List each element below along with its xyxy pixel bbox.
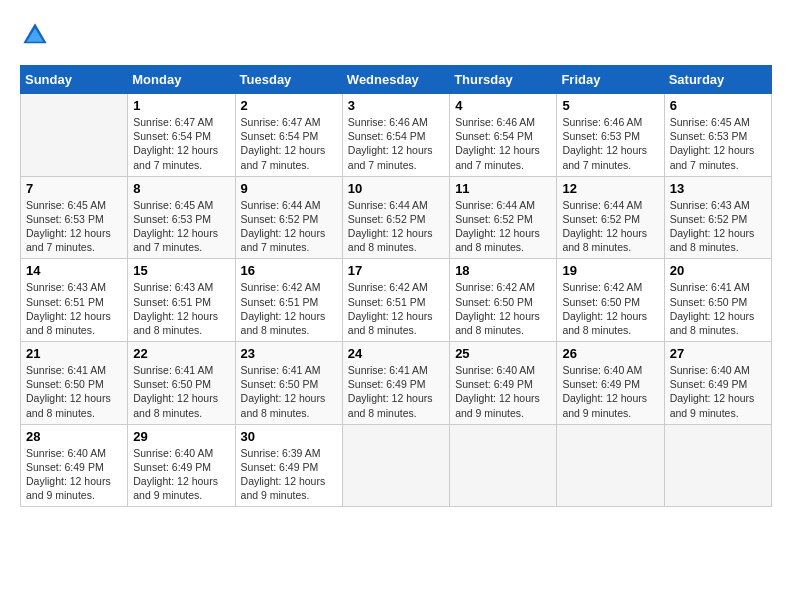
calendar-week-row: 14Sunrise: 6:43 AMSunset: 6:51 PMDayligh… [21,259,772,342]
calendar-cell: 23Sunrise: 6:41 AMSunset: 6:50 PMDayligh… [235,342,342,425]
day-info: Sunrise: 6:40 AMSunset: 6:49 PMDaylight:… [670,363,766,420]
calendar-cell [664,424,771,507]
day-info: Sunrise: 6:41 AMSunset: 6:50 PMDaylight:… [241,363,337,420]
weekday-header: Tuesday [235,66,342,94]
day-info: Sunrise: 6:47 AMSunset: 6:54 PMDaylight:… [241,115,337,172]
day-info: Sunrise: 6:41 AMSunset: 6:49 PMDaylight:… [348,363,444,420]
weekday-header: Thursday [450,66,557,94]
day-number: 21 [26,346,122,361]
logo-icon [20,20,50,50]
day-number: 12 [562,181,658,196]
day-number: 19 [562,263,658,278]
day-info: Sunrise: 6:46 AMSunset: 6:53 PMDaylight:… [562,115,658,172]
calendar-cell: 16Sunrise: 6:42 AMSunset: 6:51 PMDayligh… [235,259,342,342]
calendar-cell: 11Sunrise: 6:44 AMSunset: 6:52 PMDayligh… [450,176,557,259]
calendar-cell: 6Sunrise: 6:45 AMSunset: 6:53 PMDaylight… [664,94,771,177]
day-info: Sunrise: 6:40 AMSunset: 6:49 PMDaylight:… [562,363,658,420]
calendar-cell: 24Sunrise: 6:41 AMSunset: 6:49 PMDayligh… [342,342,449,425]
day-number: 17 [348,263,444,278]
calendar-cell: 20Sunrise: 6:41 AMSunset: 6:50 PMDayligh… [664,259,771,342]
calendar-cell [450,424,557,507]
calendar-cell: 15Sunrise: 6:43 AMSunset: 6:51 PMDayligh… [128,259,235,342]
calendar-cell: 22Sunrise: 6:41 AMSunset: 6:50 PMDayligh… [128,342,235,425]
day-number: 5 [562,98,658,113]
calendar-cell [21,94,128,177]
day-info: Sunrise: 6:40 AMSunset: 6:49 PMDaylight:… [133,446,229,503]
calendar-cell: 2Sunrise: 6:47 AMSunset: 6:54 PMDaylight… [235,94,342,177]
day-info: Sunrise: 6:41 AMSunset: 6:50 PMDaylight:… [670,280,766,337]
calendar-table: SundayMondayTuesdayWednesdayThursdayFrid… [20,65,772,507]
calendar-week-row: 7Sunrise: 6:45 AMSunset: 6:53 PMDaylight… [21,176,772,259]
day-info: Sunrise: 6:42 AMSunset: 6:51 PMDaylight:… [348,280,444,337]
weekday-header: Friday [557,66,664,94]
calendar-cell [557,424,664,507]
day-number: 4 [455,98,551,113]
weekday-header: Saturday [664,66,771,94]
weekday-header: Wednesday [342,66,449,94]
day-number: 30 [241,429,337,444]
calendar-cell: 10Sunrise: 6:44 AMSunset: 6:52 PMDayligh… [342,176,449,259]
day-info: Sunrise: 6:45 AMSunset: 6:53 PMDaylight:… [133,198,229,255]
day-info: Sunrise: 6:43 AMSunset: 6:51 PMDaylight:… [26,280,122,337]
calendar-cell: 9Sunrise: 6:44 AMSunset: 6:52 PMDaylight… [235,176,342,259]
calendar-cell: 18Sunrise: 6:42 AMSunset: 6:50 PMDayligh… [450,259,557,342]
day-info: Sunrise: 6:40 AMSunset: 6:49 PMDaylight:… [455,363,551,420]
calendar-cell: 21Sunrise: 6:41 AMSunset: 6:50 PMDayligh… [21,342,128,425]
day-number: 14 [26,263,122,278]
day-number: 18 [455,263,551,278]
calendar-cell: 13Sunrise: 6:43 AMSunset: 6:52 PMDayligh… [664,176,771,259]
calendar-cell: 12Sunrise: 6:44 AMSunset: 6:52 PMDayligh… [557,176,664,259]
day-number: 25 [455,346,551,361]
calendar-cell: 26Sunrise: 6:40 AMSunset: 6:49 PMDayligh… [557,342,664,425]
day-info: Sunrise: 6:44 AMSunset: 6:52 PMDaylight:… [562,198,658,255]
day-number: 20 [670,263,766,278]
day-number: 8 [133,181,229,196]
day-info: Sunrise: 6:46 AMSunset: 6:54 PMDaylight:… [348,115,444,172]
calendar-cell [342,424,449,507]
calendar-cell: 27Sunrise: 6:40 AMSunset: 6:49 PMDayligh… [664,342,771,425]
day-number: 28 [26,429,122,444]
calendar-cell: 28Sunrise: 6:40 AMSunset: 6:49 PMDayligh… [21,424,128,507]
logo [20,20,54,50]
calendar-cell: 25Sunrise: 6:40 AMSunset: 6:49 PMDayligh… [450,342,557,425]
day-info: Sunrise: 6:40 AMSunset: 6:49 PMDaylight:… [26,446,122,503]
calendar-week-row: 21Sunrise: 6:41 AMSunset: 6:50 PMDayligh… [21,342,772,425]
day-number: 15 [133,263,229,278]
day-info: Sunrise: 6:42 AMSunset: 6:51 PMDaylight:… [241,280,337,337]
day-number: 29 [133,429,229,444]
day-number: 3 [348,98,444,113]
day-number: 9 [241,181,337,196]
calendar-cell: 4Sunrise: 6:46 AMSunset: 6:54 PMDaylight… [450,94,557,177]
day-info: Sunrise: 6:43 AMSunset: 6:52 PMDaylight:… [670,198,766,255]
calendar-cell: 7Sunrise: 6:45 AMSunset: 6:53 PMDaylight… [21,176,128,259]
day-info: Sunrise: 6:43 AMSunset: 6:51 PMDaylight:… [133,280,229,337]
day-info: Sunrise: 6:41 AMSunset: 6:50 PMDaylight:… [26,363,122,420]
calendar-cell: 30Sunrise: 6:39 AMSunset: 6:49 PMDayligh… [235,424,342,507]
day-number: 11 [455,181,551,196]
weekday-header: Sunday [21,66,128,94]
calendar-cell: 5Sunrise: 6:46 AMSunset: 6:53 PMDaylight… [557,94,664,177]
day-info: Sunrise: 6:42 AMSunset: 6:50 PMDaylight:… [455,280,551,337]
day-number: 23 [241,346,337,361]
calendar-cell: 19Sunrise: 6:42 AMSunset: 6:50 PMDayligh… [557,259,664,342]
day-info: Sunrise: 6:45 AMSunset: 6:53 PMDaylight:… [26,198,122,255]
calendar-cell: 17Sunrise: 6:42 AMSunset: 6:51 PMDayligh… [342,259,449,342]
calendar-cell: 14Sunrise: 6:43 AMSunset: 6:51 PMDayligh… [21,259,128,342]
day-info: Sunrise: 6:44 AMSunset: 6:52 PMDaylight:… [348,198,444,255]
weekday-header: Monday [128,66,235,94]
day-number: 16 [241,263,337,278]
day-info: Sunrise: 6:45 AMSunset: 6:53 PMDaylight:… [670,115,766,172]
day-number: 27 [670,346,766,361]
day-number: 10 [348,181,444,196]
page-header [20,20,772,50]
day-number: 2 [241,98,337,113]
calendar-cell: 3Sunrise: 6:46 AMSunset: 6:54 PMDaylight… [342,94,449,177]
day-info: Sunrise: 6:46 AMSunset: 6:54 PMDaylight:… [455,115,551,172]
calendar-cell: 29Sunrise: 6:40 AMSunset: 6:49 PMDayligh… [128,424,235,507]
calendar-cell: 8Sunrise: 6:45 AMSunset: 6:53 PMDaylight… [128,176,235,259]
day-number: 1 [133,98,229,113]
calendar-week-row: 1Sunrise: 6:47 AMSunset: 6:54 PMDaylight… [21,94,772,177]
day-number: 26 [562,346,658,361]
day-info: Sunrise: 6:39 AMSunset: 6:49 PMDaylight:… [241,446,337,503]
day-number: 24 [348,346,444,361]
